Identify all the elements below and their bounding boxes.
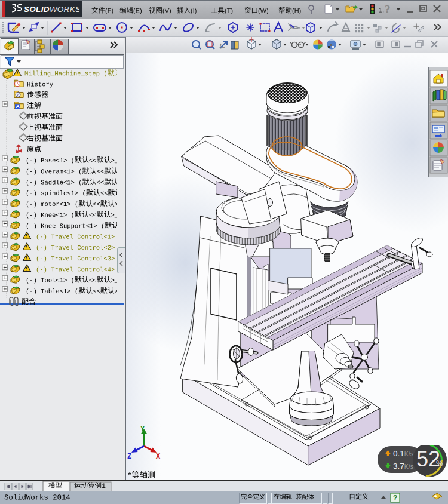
svg-text:X: X	[156, 453, 161, 461]
svg-text:?: ?	[385, 3, 391, 16]
svg-text:A: A	[16, 103, 19, 109]
svg-text:SOLIDWORKS: SOLIDWORKS	[24, 5, 79, 14]
svg-text:3.7K/s: 3.7K/s	[393, 462, 413, 471]
svg-text:Y: Y	[140, 425, 145, 434]
svg-text:0.1K/s: 0.1K/s	[393, 449, 413, 458]
svg-text:%: %	[436, 459, 443, 468]
svg-text:Z: Z	[127, 453, 131, 461]
